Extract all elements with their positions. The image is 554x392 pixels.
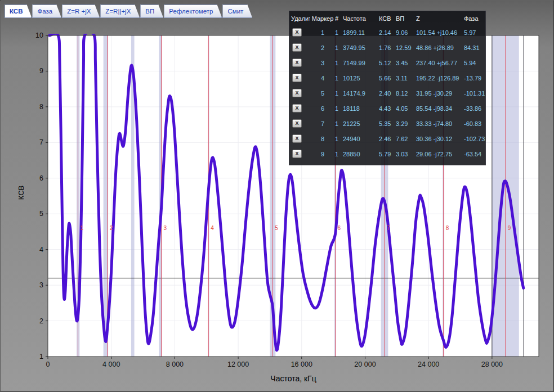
delete-marker-button[interactable]: X: [292, 134, 302, 143]
delete-cell: X: [291, 74, 310, 82]
marker-number: 3: [310, 60, 335, 66]
marker-number: 4: [310, 75, 335, 82]
delete-marker-button[interactable]: X: [292, 150, 302, 158]
delete-marker-button[interactable]: X: [292, 58, 302, 67]
y-tick-label: 7: [39, 138, 43, 146]
delete-marker-button[interactable]: X: [292, 89, 302, 97]
marker-vswr: 4.43: [379, 105, 396, 112]
marker-phase: -63.54: [464, 151, 486, 157]
delete-marker-button[interactable]: X: [292, 104, 302, 112]
marker-vswr: 2.46: [379, 136, 396, 142]
marker-vswr: 2.40: [379, 90, 396, 97]
delete-marker-button[interactable]: X: [292, 119, 302, 128]
tab-smith[interactable]: Смит: [222, 4, 252, 18]
column-header: КСВ: [379, 15, 396, 22]
delete-cell: X: [291, 134, 310, 143]
tab-label: Рефлектометр: [169, 8, 213, 15]
tab-z-parallel[interactable]: Z=R||+jX: [100, 4, 140, 18]
x-tick-label: 12 000: [227, 361, 249, 368]
marker-vswr: 5.35: [379, 120, 396, 127]
y-tick-label: 8: [39, 103, 43, 111]
marker-number: 6: [310, 105, 335, 112]
marker-phase: -101.31: [464, 90, 486, 97]
tab-faza[interactable]: Фаза: [32, 4, 61, 18]
y-tick-label: 10: [35, 31, 43, 39]
marker-vswr: 5.66: [379, 75, 396, 82]
tab-bar: КСВФазаZ=R +jXZ=R||+jXВПРефлектометрСмит: [5, 4, 253, 18]
marker-frequency: 1899.11: [343, 29, 379, 36]
column-header: Z: [416, 15, 464, 22]
tab-label: Z=R +jX: [67, 8, 91, 15]
marker-frequency: 7149.99: [343, 60, 379, 66]
marker-vswr: 5.79: [379, 151, 396, 157]
marker-impedance: 30.36 -j30.12: [416, 136, 464, 142]
marker-frequency: 28850: [343, 151, 379, 157]
marker-row: X111899.112.149.06101.54 +j10.465.97: [291, 25, 484, 40]
marker-rl: 3.29: [396, 120, 416, 127]
tab-reflectometer[interactable]: Рефлектометр: [164, 4, 222, 18]
marker-phase: 5.94: [464, 60, 486, 66]
marker-number-label: 6: [337, 225, 341, 231]
delete-marker-button[interactable]: X: [292, 28, 302, 37]
trace-number: 1: [335, 151, 343, 157]
trace-number: 1: [335, 75, 343, 82]
marker-row: X71212255.353.2933.33 -j74.80-60.83: [291, 116, 484, 131]
x-tick-label: 20 000: [354, 361, 376, 368]
tab-z-series[interactable]: Z=R +jX: [62, 4, 100, 18]
y-tick-label: 2: [39, 317, 43, 325]
delete-cell: X: [291, 58, 310, 67]
marker-number-label: 5: [275, 225, 278, 231]
trace-number: 1: [335, 60, 343, 66]
marker-number-label: 8: [446, 225, 449, 231]
marker-frequency: 3749.95: [343, 44, 379, 51]
marker-impedance: 29.06 -j72.75: [416, 151, 464, 157]
marker-number: 8: [310, 136, 335, 142]
marker-phase: -60.83: [464, 120, 486, 127]
column-header: ВП: [396, 15, 416, 22]
trace-number: 1: [335, 44, 343, 51]
marker-table: УдалитьМаркер#ЧастотаКСВВПZФазаX111899.1…: [289, 11, 486, 165]
marker-impedance: 101.54 +j10.46: [416, 29, 464, 36]
trace-number: 1: [335, 105, 343, 112]
y-tick-label: 6: [39, 174, 43, 182]
marker-rl: 3.45: [396, 60, 416, 66]
marker-phase: -102.73: [464, 136, 486, 142]
marker-frequency: 21225: [343, 120, 379, 127]
column-header: Фаза: [464, 15, 486, 22]
marker-row: X81249402.467.6230.36 -j30.12-102.73: [291, 131, 484, 146]
tab-label: Смит: [227, 8, 243, 15]
marker-number-label: 2: [110, 225, 113, 231]
marker-number-label: 4: [211, 225, 214, 231]
marker-frequency: 24940: [343, 136, 379, 142]
marker-phase: -33.86: [464, 105, 486, 112]
tab-ksv[interactable]: КСВ: [5, 4, 32, 18]
marker-rl: 12.59: [396, 44, 416, 51]
column-header: Частота: [343, 15, 379, 22]
x-tick-label: 16 000: [291, 361, 312, 368]
x-tick-label: 24 000: [418, 361, 439, 368]
marker-frequency: 18118: [343, 105, 379, 112]
marker-vswr: 2.14: [379, 29, 396, 36]
delete-marker-button[interactable]: X: [292, 43, 302, 52]
marker-rl: 3.11: [396, 75, 416, 82]
marker-number: 2: [310, 44, 335, 51]
delete-cell: X: [291, 89, 310, 97]
delete-marker-button[interactable]: X: [292, 74, 302, 82]
x-tick-label: 4 000: [102, 361, 120, 368]
marker-impedance: 31.95 -j30.29: [416, 90, 464, 97]
y-tick-label: 4: [39, 246, 43, 254]
marker-vswr: 1.76: [379, 44, 396, 51]
marker-impedance: 85.54 -j98.34: [416, 105, 464, 112]
marker-phase: -13.79: [464, 75, 486, 82]
marker-number: 1: [310, 29, 335, 36]
x-tick-label: 8 000: [166, 361, 184, 368]
marker-row: X213749.951.7612.5948.86 +j26.8984.31: [291, 40, 484, 55]
x-tick-label: 28 000: [481, 361, 503, 368]
marker-row: X317149.995.123.45237.40 +j56.775.94: [291, 55, 484, 70]
marker-row: X41101255.663.11195.22 -j126.89-13.79: [291, 70, 484, 85]
tab-label: Z=R||+jX: [105, 8, 131, 15]
marker-number-label: 9: [508, 225, 511, 231]
marker-number: 9: [310, 151, 335, 157]
tab-vp[interactable]: ВП: [140, 4, 163, 18]
column-header: Маркер: [310, 15, 335, 22]
